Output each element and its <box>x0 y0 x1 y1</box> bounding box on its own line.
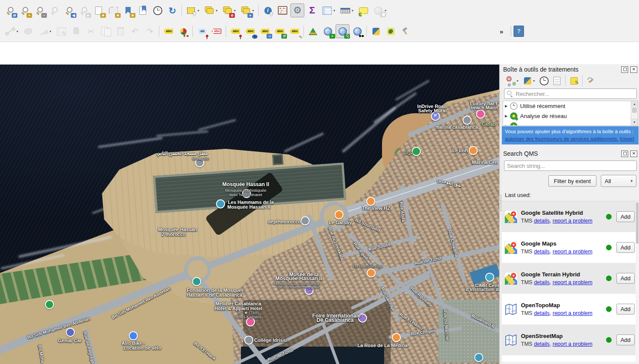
toolbar-overflow-button[interactable]: » <box>500 28 503 35</box>
expander-icon[interactable]: ▶ <box>505 114 510 118</box>
show-hide-labels-button[interactable]: abc <box>243 24 257 38</box>
open-attribute-table-dropdown[interactable]: ▾ <box>333 9 337 13</box>
deselect-features-button[interactable]: ⊘ <box>221 3 234 17</box>
add-service-button[interactable]: Add <box>616 273 635 284</box>
move-label-button[interactable]: abc <box>228 24 242 38</box>
scroll-down-icon[interactable]: ▼ <box>631 119 638 125</box>
models-menu-button[interactable]: ⚙⚙⚙ <box>505 75 517 87</box>
pin-unpin-labels-button[interactable]: ab <box>195 24 209 38</box>
zoom-in-button[interactable]: + <box>18 3 32 17</box>
qms-add-service-button[interactable]: + <box>321 24 335 38</box>
service-row-google-maps[interactable]: Google Maps TMS details, report a proble… <box>502 232 639 263</box>
report-problem-link[interactable]: report a problem <box>553 310 593 316</box>
identify-features-button[interactable]: i <box>261 3 275 17</box>
report-problem-link[interactable]: report a problem <box>553 279 593 285</box>
map-poi-depthmorocco <box>301 216 310 226</box>
new-spatial-bookmark-button[interactable]: ★ <box>92 3 105 17</box>
add-service-button[interactable]: Add <box>616 334 635 345</box>
map-canvas[interactable]: مطل مسجد الحسن الثانيMosquéeMosquée Hass… <box>0 64 499 364</box>
move-label-diagram-button[interactable]: abc➝ <box>258 24 272 38</box>
details-link[interactable]: details <box>534 218 550 224</box>
vertex-tool-dropdown[interactable]: ▾ <box>49 30 53 33</box>
tree-item-partial[interactable]: ▶ <box>503 121 638 126</box>
add-service-button[interactable]: Add <box>616 304 635 315</box>
scroll-up-icon[interactable]: ▲ <box>631 101 638 107</box>
report-problem-link[interactable]: report a problem <box>553 218 593 224</box>
temporal-controller-button[interactable] <box>151 3 165 17</box>
zoom-last-button[interactable]: ◀ <box>62 3 76 17</box>
expander-icon[interactable]: ▶ <box>505 104 510 108</box>
refresh-map-button[interactable]: ↻ <box>165 3 179 17</box>
qms-search-button[interactable] <box>336 24 349 38</box>
service-row-google-terrain-hybrid[interactable]: Google Terrain Hybrid TMS details, repor… <box>502 263 639 294</box>
float-panel-button[interactable] <box>621 66 628 73</box>
filter-by-extent-button[interactable]: Filter by extent <box>548 175 596 187</box>
build-tools-button[interactable] <box>399 24 412 38</box>
service-row-openstreetmap[interactable]: OpenStreetMap TMS details, report a prob… <box>502 325 639 355</box>
close-banner-link[interactable]: [close] <box>620 136 634 141</box>
add-service-button[interactable]: Add <box>616 242 635 253</box>
statistical-summary-button[interactable] <box>276 3 290 17</box>
zoom-full-extent-button[interactable]: ⇄ <box>3 3 17 17</box>
edit-features-inplace-button[interactable] <box>568 75 580 87</box>
enable-providers-link[interactable]: autoriser des fournisseurs de services a… <box>505 136 618 141</box>
scroll-thumb[interactable] <box>632 108 637 113</box>
change-label-properties-button[interactable]: abc✎ <box>287 24 301 38</box>
add-service-button[interactable]: Add <box>616 211 635 222</box>
select-features-by-value-button[interactable] <box>202 3 216 17</box>
rotate-label-button[interactable]: abc↺ <box>273 24 287 38</box>
service-row-opentopomap[interactable]: OpenTopoMap TMS details, report a proble… <box>502 294 639 325</box>
show-bookmarks-button[interactable]: ★ <box>106 3 120 17</box>
select-by-location-dropdown[interactable]: ▾ <box>252 9 256 13</box>
details-link[interactable]: details <box>534 249 550 255</box>
service-type-select[interactable]: All ▼ <box>601 175 636 187</box>
select-features-dropdown[interactable]: ▾ <box>198 9 201 13</box>
service-name: OpenStreetMap <box>521 333 606 339</box>
report-problem-link[interactable]: report a problem <box>553 249 593 255</box>
details-link[interactable]: details <box>534 310 550 316</box>
map-tips-button[interactable] <box>356 3 370 17</box>
osm-plugin-button[interactable] <box>384 24 398 38</box>
measure-line-dropdown[interactable]: ▾ <box>352 9 356 13</box>
service-list-scrollbar[interactable] <box>636 201 639 362</box>
processing-search-input[interactable] <box>504 89 637 99</box>
layer-labeling-options-button[interactable]: abc <box>161 24 175 38</box>
zoom-out-button[interactable]: − <box>33 3 46 17</box>
select-features-button[interactable] <box>184 3 198 17</box>
service-row-google-satellite-hybrid[interactable]: Google Satellite Hybrid TMS details, rep… <box>502 201 639 232</box>
history-button[interactable] <box>538 75 550 87</box>
help-button[interactable]: ? <box>514 26 524 37</box>
select-features-by-value-dropdown[interactable]: ▾ <box>216 9 220 13</box>
select-by-location-button[interactable]: ● <box>239 3 253 17</box>
layer-diagram-options-button[interactable] <box>176 24 190 38</box>
details-link[interactable]: details <box>534 341 550 347</box>
options-button[interactable] <box>585 75 597 87</box>
open-attribute-table-button[interactable] <box>320 3 334 17</box>
processing-toolbox-button[interactable]: ⚙ <box>290 3 304 17</box>
show-sum-of-features-button[interactable]: Σ <box>305 3 319 17</box>
python-console-button[interactable] <box>369 24 383 38</box>
locator-search-dropdown[interactable]: ▾ <box>385 9 389 13</box>
measure-line-button[interactable] <box>338 3 352 17</box>
expander-icon[interactable]: ▶ <box>505 124 510 126</box>
deselect-features-dropdown[interactable]: ▾ <box>234 9 238 13</box>
digitize-with-segment-dropdown[interactable]: ▾ <box>16 30 20 33</box>
close-panel-button[interactable] <box>630 151 637 157</box>
qms-filter-row: Filter by extent All ▼ <box>504 175 636 187</box>
tree-scrollbar[interactable]: ▲ ▼ <box>631 101 638 125</box>
profile-tool-button[interactable] <box>306 24 320 38</box>
highlight-pinned-labels-button[interactable]: abc <box>210 24 224 38</box>
show-bookmarks-panel-button[interactable] <box>136 3 150 17</box>
results-viewer-button[interactable] <box>551 75 563 87</box>
details-link[interactable]: details <box>534 279 550 285</box>
tree-item-recently-used[interactable]: ▶ Utilisé récemment <box>503 101 638 111</box>
tree-item-network-analysis[interactable]: ▶ Analyse de réseau <box>503 111 638 121</box>
bookmark-blue-button[interactable]: ★ <box>121 3 135 17</box>
scripts-menu-button[interactable] <box>521 75 534 87</box>
search-geo-services-button[interactable] <box>350 24 364 38</box>
qms-search-input[interactable] <box>504 161 637 171</box>
report-problem-link[interactable]: report a problem <box>553 341 593 347</box>
close-panel-button[interactable] <box>630 66 637 73</box>
float-panel-button[interactable] <box>621 151 628 157</box>
scroll-thumb[interactable] <box>636 202 639 244</box>
